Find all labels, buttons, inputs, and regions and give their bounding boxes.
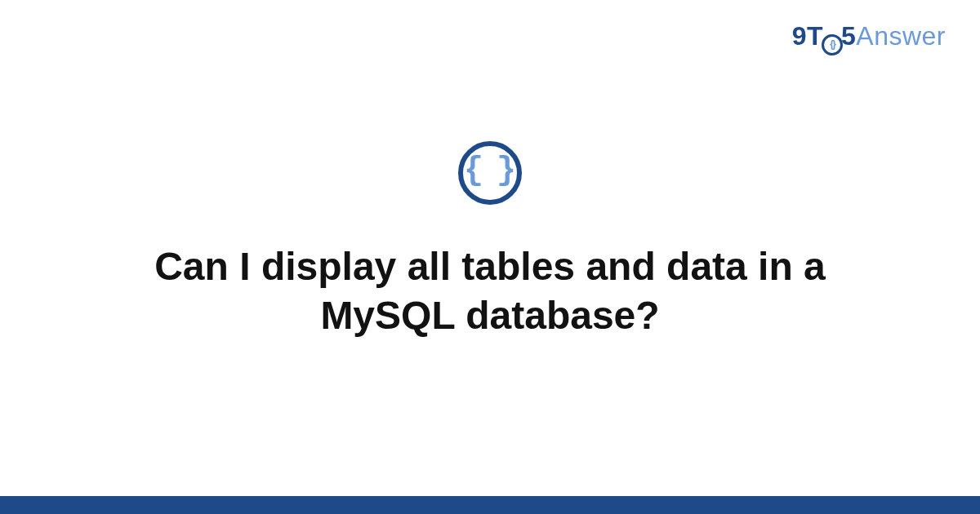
footer-bar xyxy=(0,496,980,514)
main-content: { } Can I display all tables and data in… xyxy=(0,0,980,514)
code-braces-icon: { } xyxy=(464,155,513,188)
code-braces-circle-icon: { } xyxy=(458,141,522,205)
question-title: Can I display all tables and data in a M… xyxy=(90,242,890,340)
